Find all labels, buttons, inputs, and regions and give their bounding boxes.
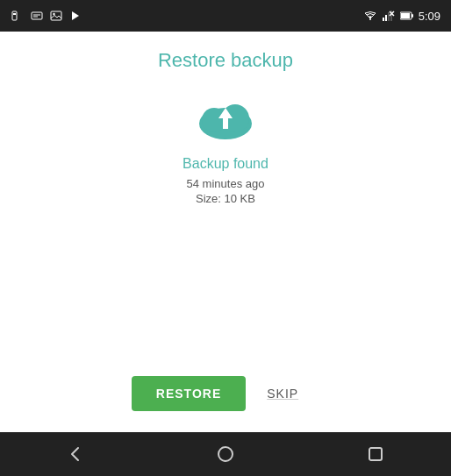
- cloud-upload-icon: [195, 93, 256, 146]
- svg-point-22: [218, 447, 233, 461]
- status-bar: 5:09: [0, 0, 451, 32]
- svg-rect-1: [13, 13, 16, 15]
- clock: 5:09: [419, 10, 440, 23]
- status-bar-right: 5:09: [363, 10, 440, 23]
- svg-rect-11: [388, 12, 390, 21]
- svg-rect-2: [32, 12, 42, 19]
- backup-time: 54 minutes ago: [187, 177, 265, 190]
- recents-button[interactable]: [360, 438, 391, 470]
- svg-rect-23: [369, 448, 382, 460]
- page-title: Restore backup: [158, 49, 293, 72]
- status-bar-left: [11, 11, 82, 21]
- play-icon: [68, 11, 82, 21]
- battery-icon: [400, 11, 414, 21]
- backup-size: Size: 10 KB: [196, 192, 255, 205]
- home-button[interactable]: [210, 438, 241, 470]
- svg-rect-5: [51, 11, 61, 20]
- svg-point-8: [369, 18, 371, 20]
- image-icon: [49, 11, 63, 21]
- svg-rect-10: [385, 15, 387, 21]
- svg-marker-7: [72, 11, 79, 20]
- signal-x-icon: [382, 11, 396, 21]
- svg-point-6: [53, 13, 54, 15]
- skip-button[interactable]: SKIP: [246, 376, 319, 411]
- back-button[interactable]: [60, 438, 91, 470]
- nav-bar: [0, 432, 451, 476]
- main-content: Restore backup Backup found 54 minutes a…: [0, 32, 451, 432]
- svg-rect-17: [412, 14, 413, 18]
- wifi-icon: [363, 11, 377, 21]
- backup-found-label: Backup found: [183, 156, 268, 172]
- svg-rect-9: [383, 18, 384, 21]
- svg-rect-16: [401, 13, 410, 18]
- restore-button[interactable]: RESTORE: [132, 376, 246, 411]
- text-icon: [30, 11, 44, 21]
- sim-icon: [11, 11, 25, 21]
- svg-rect-0: [12, 11, 17, 20]
- button-row: RESTORE SKIP: [0, 376, 451, 432]
